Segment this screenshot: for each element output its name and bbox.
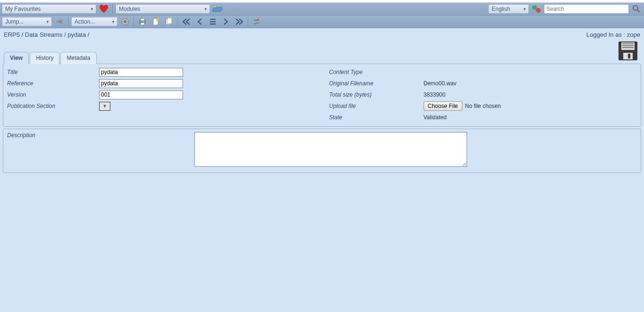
svg-line-3 [637, 10, 640, 12]
svg-rect-12 [167, 18, 172, 24]
version-label: Version [7, 91, 99, 98]
search-input[interactable] [544, 4, 629, 14]
save-button[interactable] [618, 41, 638, 61]
reference-label: Reference [7, 80, 99, 87]
folder-open-icon[interactable] [212, 4, 223, 14]
size-value: 3833900 [424, 91, 446, 98]
state-value: Validated [424, 114, 447, 121]
language-label: English [492, 6, 510, 12]
svg-rect-18 [622, 43, 634, 44]
svg-rect-8 [141, 23, 144, 25]
svg-point-10 [156, 18, 159, 21]
file-status: No file chosen [465, 103, 501, 109]
svg-point-0 [532, 5, 537, 10]
choose-file-button[interactable]: Choose File [424, 101, 462, 111]
action-select[interactable]: Action... [71, 17, 117, 26]
new-doc-icon[interactable] [150, 16, 161, 27]
copy-doc-icon[interactable] [163, 16, 175, 27]
description-label: Description [7, 132, 194, 167]
exchange-icon[interactable] [251, 16, 262, 27]
username: zope [627, 31, 640, 38]
jump-select[interactable]: Jump... [2, 17, 52, 26]
modules-label: Modules [119, 6, 140, 12]
last-icon[interactable] [234, 16, 245, 27]
list-icon[interactable] [207, 16, 218, 27]
breadcrumb-module[interactable]: Data Streams [25, 31, 62, 38]
logged-in-label: Logged In as : zope [586, 31, 640, 38]
pubsection-select[interactable]: ▼ [99, 102, 110, 111]
pubsection-label: Publication Section [7, 103, 99, 109]
breadcrumb: ERP5 / Data Streams / pydata / [4, 31, 89, 38]
title-label: Title [7, 69, 99, 75]
size-label: Total size (bytes) [329, 91, 424, 98]
svg-point-5 [124, 20, 126, 23]
tab-view[interactable]: View [4, 52, 29, 64]
heart-icon[interactable] [98, 4, 109, 14]
title-input[interactable] [99, 68, 183, 77]
next-icon[interactable] [220, 16, 232, 27]
first-icon[interactable] [181, 16, 192, 27]
breadcrumb-root[interactable]: ERP5 [4, 31, 20, 38]
favourites-label: My Favourites [5, 6, 41, 12]
svg-point-2 [633, 6, 638, 10]
prev-icon[interactable] [194, 16, 205, 27]
svg-rect-20 [622, 47, 634, 48]
description-textarea[interactable] [194, 132, 467, 167]
svg-point-1 [536, 8, 541, 13]
plane-icon[interactable] [54, 16, 65, 27]
language-select[interactable]: English [488, 4, 529, 14]
reference-input[interactable] [99, 79, 183, 88]
content-type-label: Content Type [329, 69, 424, 75]
svg-rect-22 [628, 54, 630, 58]
filename-label: Original Filename [329, 80, 424, 87]
version-input[interactable] [99, 90, 183, 99]
breadcrumb-item[interactable]: pydata [67, 31, 86, 38]
search-icon[interactable] [631, 4, 642, 14]
favourites-select[interactable]: My Favourites [2, 4, 96, 14]
filename-value: Demo00.wav [424, 80, 457, 87]
svg-rect-19 [622, 45, 634, 46]
modules-select[interactable]: Modules [116, 4, 210, 14]
tab-history[interactable]: History [30, 52, 59, 64]
action-label: Action... [75, 18, 95, 25]
upload-label: Upload file [329, 103, 424, 109]
print-icon[interactable] [137, 16, 148, 27]
gear-icon[interactable] [119, 16, 131, 27]
state-label: State [329, 114, 424, 121]
translate-icon[interactable] [531, 4, 542, 14]
tab-metadata[interactable]: Metadata [60, 52, 96, 64]
jump-label: Jump... [5, 18, 24, 25]
svg-rect-7 [141, 18, 144, 21]
